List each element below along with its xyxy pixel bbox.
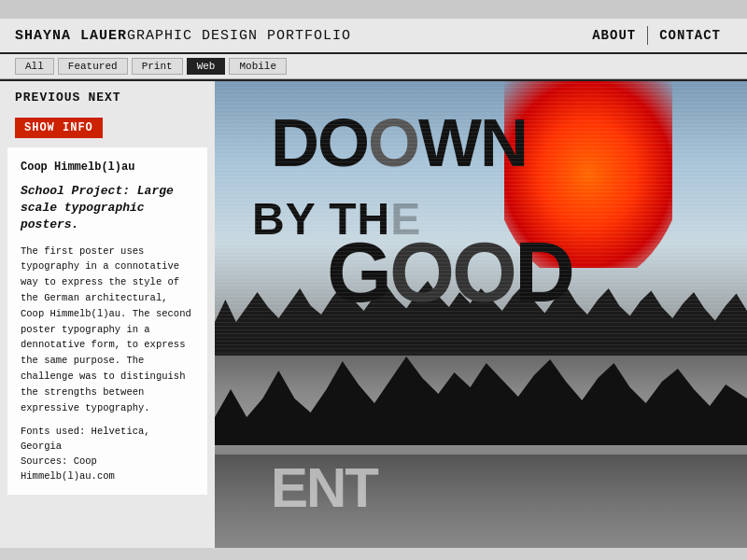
filter-all[interactable]: All	[15, 58, 54, 75]
project-description: The first poster uses typography in a co…	[21, 244, 194, 416]
next-button[interactable]: NEXT	[88, 91, 120, 105]
main-content: PREVIOUS NEXT SHOW INFO Coop Himmelb(l)a…	[0, 81, 747, 548]
school-project: School Project: Large scale typographic …	[21, 183, 194, 234]
filter-web[interactable]: Web	[187, 58, 226, 75]
filter-featured[interactable]: Featured	[58, 58, 128, 75]
prev-button[interactable]: PREVIOUS	[15, 91, 80, 105]
image-area: DOOWN BY THE GOOD ENT	[215, 81, 747, 548]
filter-mobile[interactable]: Mobile	[229, 58, 287, 75]
typo-down: DOOWN	[271, 109, 527, 176]
bw-typography: ENT	[271, 455, 377, 520]
main-nav: ABOUT CONTACT	[581, 26, 732, 45]
image-top: DOOWN BY THE GOOD	[215, 81, 747, 352]
fonts-label: Fonts used: Helvetica, Georgia	[21, 425, 194, 455]
site-title: GRAPHIC DESIGN PORTFOLIO	[127, 28, 351, 44]
image-separator	[215, 352, 747, 356]
header: SHAYNA LAUER GRAPHIC DESIGN PORTFOLIO AB…	[0, 19, 747, 54]
project-name: Coop Himmelb(l)au	[21, 159, 194, 175]
top-bar	[0, 0, 747, 19]
nav-contact[interactable]: CONTACT	[647, 26, 732, 45]
site-name: SHAYNA LAUER	[15, 28, 127, 44]
filter-nav: All Featured Print Web Mobile	[0, 54, 747, 79]
pagination: PREVIOUS NEXT	[0, 81, 215, 114]
image-bottom: ENT	[215, 352, 747, 548]
filter-print[interactable]: Print	[132, 58, 183, 75]
nav-about[interactable]: ABOUT	[581, 26, 647, 45]
sources-label: Sources: Coop Himmelb(l)au.com	[21, 455, 194, 484]
info-panel: Coop Himmelb(l)au School Project: Large …	[7, 147, 207, 495]
fonts-info: Fonts used: Helvetica, Georgia Sources: …	[21, 425, 194, 483]
show-info-button[interactable]: SHOW INFO	[15, 118, 103, 138]
sidebar: PREVIOUS NEXT SHOW INFO Coop Himmelb(l)a…	[0, 81, 215, 548]
typo-good: GOOD	[327, 231, 572, 315]
